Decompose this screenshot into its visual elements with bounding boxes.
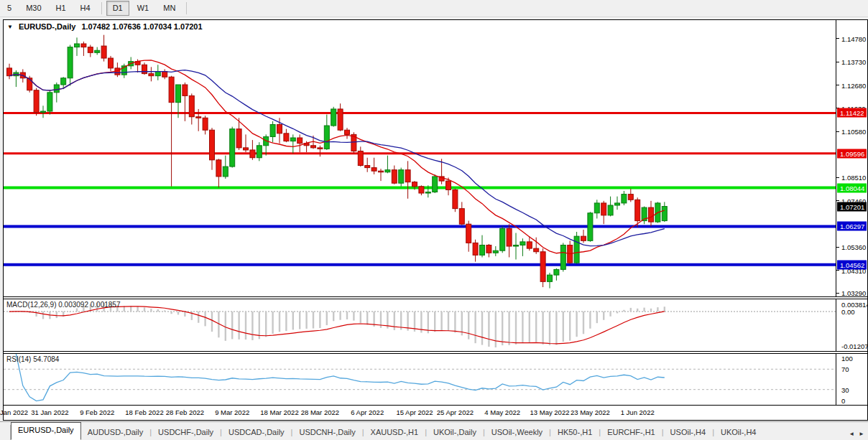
tab-scroll-arrows: ◄► [845, 431, 868, 440]
timeframe-button-m30[interactable]: M30 [19, 1, 47, 16]
tab-usoil-weekly[interactable]: USOil-,Weekly [485, 425, 549, 440]
price-level-badge: 1.06297 [837, 222, 867, 231]
price-tick-label: 1.10580 [841, 128, 866, 136]
date-tick-label: 18 Feb 2022 [125, 408, 163, 416]
scroll-right-icon[interactable]: ► [859, 431, 864, 437]
chart-ohlc-values: 1.07482 1.07636 1.07034 1.07201 [81, 22, 202, 31]
timeframe-button-5[interactable]: 5 [1, 1, 18, 16]
date-tick-label: 1 Jun 2022 [621, 408, 655, 416]
tab-eurusd-daily[interactable]: EURUSD-,Daily [11, 422, 81, 440]
rsi-axis-label: 0 [841, 397, 845, 405]
timeframe-button-mn[interactable]: MN [157, 1, 182, 16]
chart-title: ▼ EURUSD-,Daily 1.07482 1.07636 1.07034 … [7, 22, 203, 31]
price-panel: ▼ EURUSD-,Daily 1.07482 1.07636 1.07034 … [4, 20, 867, 296]
price-tick-label: 1.05360 [841, 243, 866, 251]
axis-tick [836, 85, 839, 85]
tab-ukoil-h4[interactable]: UKOil-,H4 [714, 425, 763, 440]
symbol-tab-bar: EURUSD-,DailyAUDUSD-,Daily|USDCHF-,Daily… [0, 421, 868, 440]
tab-bar-stub [0, 425, 11, 440]
tab-hk50-h1[interactable]: HK50-,H1 [551, 425, 599, 440]
axis-tick [836, 131, 839, 132]
tab-xauusd-h1[interactable]: XAUUSD-,H1 [364, 425, 425, 440]
macd-axis: 0.0038140.00-0.012072 [836, 299, 867, 351]
trading-app: { "toolbar": { "timeframes": [ {"label":… [0, 0, 868, 440]
axis-tick [836, 200, 839, 201]
tab-usdchf-daily[interactable]: USDCHF-,Daily [152, 425, 220, 440]
price-level-badge: 1.08044 [837, 183, 867, 192]
rsi-axis-label: 30 [841, 385, 849, 393]
date-tick-label: 23 May 2022 [571, 408, 610, 416]
date-tick-label: 9 Feb 2022 [80, 408, 114, 416]
timeframe-button-d1[interactable]: D1 [106, 1, 129, 16]
axis-tick [836, 38, 839, 39]
tab-eurchf-h1[interactable]: EURCHF-,H1 [601, 425, 662, 440]
timeframe-button-w1[interactable]: W1 [131, 1, 156, 16]
timeframe-toolbar: 5M30H1H4D1W1MN [0, 0, 868, 17]
date-tick-label: 4 May 2022 [484, 408, 520, 416]
toolbar-separator [186, 2, 187, 14]
rsi-label: RSI(14) 54.7084 [6, 355, 59, 363]
date-tick-label: 21 Jan 2022 [0, 408, 28, 416]
macd-plot[interactable] [4, 299, 836, 351]
date-tick-label: 15 Apr 2022 [396, 408, 433, 416]
rsi-axis-label: 100 [841, 355, 853, 362]
macd-label: MACD(12,26,9) 0.003092 0.001857 [6, 301, 120, 309]
toolbar-separator [101, 2, 102, 14]
axis-tick [836, 293, 839, 294]
timeframe-button-h4[interactable]: H4 [74, 1, 97, 16]
price-tick-label: 1.14780 [841, 34, 866, 42]
date-tick-label: 13 May 2022 [530, 408, 570, 416]
rsi-axis: 10070300 [836, 354, 867, 405]
chart-dropdown-icon[interactable]: ▼ [7, 24, 13, 30]
axis-tick [836, 177, 839, 178]
tab-audusd-daily[interactable]: AUDUSD-,Daily [81, 425, 150, 440]
price-tick-label: 1.08510 [841, 174, 866, 182]
candlestick-plot[interactable] [4, 20, 836, 296]
price-level-badge: 1.09596 [837, 149, 867, 158]
rsi-axis-label: 70 [841, 365, 849, 373]
date-axis: 21 Jan 202231 Jan 20229 Feb 202218 Feb 2… [4, 405, 867, 420]
date-tick-label: 28 Mar 2022 [301, 408, 339, 416]
price-level-badge: 1.11422 [837, 108, 867, 118]
date-tick-label: 31 Jan 2022 [31, 408, 68, 416]
chart-symbol-label: EURUSD-,Daily [19, 22, 75, 31]
price-level-badge: 1.04562 [837, 260, 867, 269]
date-tick-label: 9 Mar 2022 [215, 408, 249, 416]
price-tick-label: 1.03290 [841, 289, 866, 296]
tab-usoil-h4[interactable]: USOil-,H4 [664, 425, 713, 440]
tab-usdcad-daily[interactable]: USDCAD-,Daily [222, 425, 291, 440]
macd-axis-label: -0.012072 [841, 342, 867, 350]
macd-axis-label: 0.00 [841, 308, 855, 316]
date-tick-label: 25 Apr 2022 [437, 408, 474, 416]
chart-window: ▼ EURUSD-,Daily 1.07482 1.07636 1.07034 … [3, 19, 868, 421]
rsi-panel: RSI(14) 54.7084 10070300 [4, 351, 867, 405]
price-axis: 1.147801.137301.126801.116301.105801.085… [836, 20, 867, 296]
timeframe-button-h1[interactable]: H1 [50, 1, 73, 16]
price-level-badge: 1.07201 [837, 202, 867, 211]
axis-tick [836, 62, 839, 62]
macd-panel: MACD(12,26,9) 0.003092 0.001857 0.003814… [4, 296, 867, 351]
scroll-left-icon[interactable]: ◄ [849, 431, 854, 437]
date-tick-label: 6 Apr 2022 [351, 408, 384, 416]
axis-tick [836, 247, 839, 248]
axis-tick [836, 270, 839, 271]
date-tick-label: 18 Mar 2022 [260, 408, 298, 416]
rsi-plot[interactable] [4, 354, 836, 405]
price-tick-label: 1.13730 [841, 58, 866, 66]
date-tick-label: 28 Feb 2022 [166, 408, 204, 416]
tab-ukoil-daily[interactable]: UKOil-,Daily [427, 425, 483, 440]
tab-usdcnh-daily[interactable]: USDCNH-,Daily [292, 425, 361, 440]
price-tick-label: 1.12680 [841, 81, 866, 89]
